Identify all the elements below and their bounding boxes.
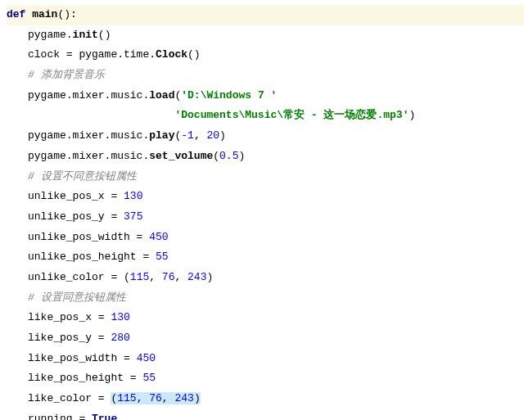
number-literal: 115 xyxy=(130,271,149,283)
code-line: # 添加背景音乐 xyxy=(7,65,524,86)
code-line: 'Documents\Music\常安 - 这一场恋爱.mp3') xyxy=(7,106,524,126)
code-text: ) xyxy=(409,109,415,121)
number-literal: 450 xyxy=(149,231,168,243)
code-editor: def main(): pygame.init() clock = pygame… xyxy=(0,0,524,420)
code-text: clock = pygame.time. xyxy=(28,48,156,61)
code-text: ) xyxy=(219,129,226,142)
code-text: like_pos_y = xyxy=(28,332,111,344)
number-literal: 130 xyxy=(124,190,142,202)
method-call: play xyxy=(149,129,174,142)
number-literal: 243 xyxy=(174,392,193,404)
code-text: unlike_pos_y = xyxy=(28,210,124,223)
code-line: def main(): xyxy=(7,5,524,25)
code-text: , xyxy=(194,129,207,142)
number-literal: 375 xyxy=(124,210,142,223)
function-name: main xyxy=(32,8,57,20)
code-text: ( xyxy=(213,150,219,162)
code-line: pygame.mixer.music.load('D:\Windows 7 ' xyxy=(7,86,524,106)
code-line: running = True xyxy=(7,409,524,420)
code-text: like_pos_x = xyxy=(28,311,111,323)
code-text: unlike_pos_width = xyxy=(28,231,149,243)
comment: # 添加背景音乐 xyxy=(28,69,105,81)
code-line: like_pos_y = 280 xyxy=(7,328,524,349)
string-literal: 常安 - 这一场恋爱 xyxy=(283,109,377,121)
code-line: pygame.mixer.music.play(-1, 20) xyxy=(7,126,524,147)
code-text: , xyxy=(174,271,187,283)
comment: # 设置不同意按钮属性 xyxy=(28,170,137,183)
number-literal: 55 xyxy=(156,251,169,263)
code-text: pygame.mixer.music. xyxy=(28,129,149,142)
code-text: ) xyxy=(194,392,201,404)
code-text: pygame.mixer.music. xyxy=(28,89,149,102)
code-text: , xyxy=(162,392,175,404)
code-text: , xyxy=(149,271,162,283)
number-literal: 0.5 xyxy=(219,150,238,162)
code-line: unlike_pos_height = 55 xyxy=(7,247,524,268)
keyword-true: True xyxy=(92,413,117,420)
string-literal: 'D:\Windows 7 ' xyxy=(181,89,277,102)
code-line: # 设置同意按钮属性 xyxy=(7,288,524,309)
number-literal: 76 xyxy=(149,392,162,404)
code-text: like_color = xyxy=(28,392,111,404)
code-line: pygame.mixer.music.set_volume(0.5) xyxy=(7,147,524,167)
number-literal: 450 xyxy=(137,352,156,364)
method-call: init xyxy=(73,29,98,41)
code-text: ) xyxy=(238,150,245,162)
code-line: like_color = (115, 76, 243) xyxy=(7,389,524,409)
code-line: like_pos_x = 130 xyxy=(7,308,524,328)
code-text: running = xyxy=(28,413,92,420)
code-line: pygame.init() xyxy=(7,25,524,46)
code-line: clock = pygame.time.Clock() xyxy=(7,45,524,65)
code-text: pygame. xyxy=(28,29,73,41)
number-literal: 55 xyxy=(142,372,156,384)
method-call: load xyxy=(149,89,174,102)
code-text: unlike_pos_x = xyxy=(28,190,124,202)
method-call: set_volume xyxy=(149,150,213,162)
number-literal: 20 xyxy=(206,129,219,142)
string-literal: 'Documents\Music\ xyxy=(174,109,283,121)
pad xyxy=(28,109,174,121)
string-literal: .mp3' xyxy=(377,109,409,121)
paren: (): xyxy=(57,8,76,20)
keyword-def: def xyxy=(7,8,32,20)
number-literal: 243 xyxy=(187,271,206,283)
code-text: , xyxy=(137,392,150,404)
code-line: unlike_pos_width = 450 xyxy=(7,228,524,248)
code-text: ) xyxy=(206,271,213,283)
code-line: # 设置不同意按钮属性 xyxy=(7,167,524,187)
code-text: () xyxy=(98,29,111,41)
code-line: unlike_color = (115, 76, 243) xyxy=(7,268,524,288)
code-text: unlike_pos_height = xyxy=(28,251,156,263)
number-literal: 115 xyxy=(117,392,136,404)
selection-highlight: (115, 76, 243) xyxy=(111,392,200,404)
code-text: unlike_color = ( xyxy=(28,271,130,283)
code-text: () xyxy=(187,48,201,61)
number-literal: 76 xyxy=(162,271,175,283)
comment: # 设置同意按钮属性 xyxy=(28,291,126,304)
number-literal: 130 xyxy=(111,311,129,323)
number-literal: 280 xyxy=(111,332,129,344)
code-line: unlike_pos_y = 375 xyxy=(7,207,524,228)
code-text: like_pos_height = xyxy=(28,372,142,384)
number-literal: -1 xyxy=(181,129,194,142)
code-line: like_pos_width = 450 xyxy=(7,349,524,369)
code-line: unlike_pos_x = 130 xyxy=(7,187,524,207)
method-call: Clock xyxy=(156,48,187,61)
code-text: like_pos_width = xyxy=(28,352,137,364)
code-line: like_pos_height = 55 xyxy=(7,368,524,389)
code-text: pygame.mixer.music. xyxy=(28,150,149,162)
